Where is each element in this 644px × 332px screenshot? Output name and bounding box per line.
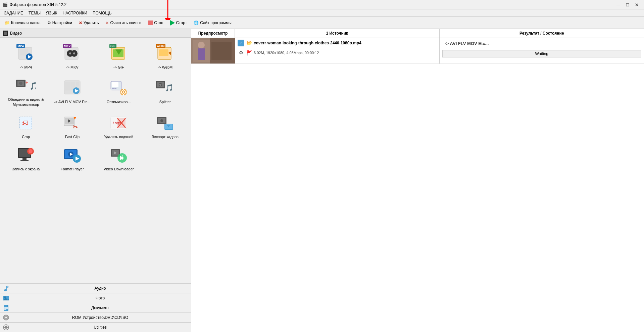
svg-rect-21	[159, 49, 168, 56]
tool-splitter[interactable]: 🎵 Splitter	[142, 73, 188, 110]
remove-watermark-icon: Logo	[109, 113, 129, 133]
file-flag-icon[interactable]: 🚩	[246, 49, 252, 56]
close-button[interactable]: ✕	[633, 1, 641, 8]
merge-icon: + 🎵	[16, 76, 36, 96]
website-button[interactable]: 🌐 Сайт программы	[191, 19, 234, 26]
svg-rect-76	[22, 158, 27, 160]
optimize-icon	[109, 78, 129, 98]
status-format: -> AVI FLV MOV Etc...	[440, 38, 644, 49]
right-panel-header: Предпросмотр 1 Источник Результат / Сост…	[191, 29, 644, 38]
titlebar-left: 🎬 Фабрика форматов X64 5.12.2	[3, 2, 66, 7]
mp4-icon: MP4	[16, 43, 36, 64]
audio-label: Аудио	[12, 286, 188, 291]
mkv-label: -> MKV	[66, 65, 79, 70]
settings-icon: ⚙	[47, 20, 51, 25]
tool-crop[interactable]: ✂ Crop	[3, 110, 49, 142]
svg-rect-32	[65, 86, 70, 90]
document-label: Документ	[12, 305, 188, 310]
delete-label: Удалить	[84, 20, 99, 25]
file-settings-icon[interactable]: ⚙	[238, 49, 244, 56]
format-player-label: Format Player	[61, 167, 84, 171]
svg-point-50	[159, 84, 161, 86]
category-rom[interactable]: ROM Устройство\DVD\CD\ISO	[0, 313, 191, 322]
utilities-label: Utilities	[12, 325, 188, 330]
menu-zadanie[interactable]: ЗАДАНИЕ	[1, 10, 26, 16]
tool-webm[interactable]: WebM -> WebM	[142, 40, 188, 73]
file-meta: 6.02M, 1920x1080, 4.08Mbps, 00:00:12	[254, 51, 319, 55]
svg-rect-29	[65, 82, 70, 86]
tool-mp4[interactable]: MP4 -> MP4	[3, 40, 49, 73]
avi-flv-label: -> AVI FLV MOV Etc...	[54, 99, 90, 104]
video-section-icon	[3, 31, 8, 36]
menu-temy[interactable]: ТЕМЫ	[26, 10, 43, 16]
category-document[interactable]: Документ	[0, 303, 191, 313]
fast-clip-icon: ✂	[62, 113, 82, 133]
menu-yazyk[interactable]: ЯЗЫК	[43, 10, 60, 16]
tool-avi-flv[interactable]: -> AVI FLV MOV Etc...	[49, 73, 95, 110]
settings-button[interactable]: ⚙ Настройки	[45, 19, 75, 26]
svg-text:✂: ✂	[22, 120, 28, 128]
left-panel: Видео MP4 -> MP4 M	[0, 29, 191, 332]
svg-point-42	[123, 91, 124, 93]
category-photo[interactable]: Фото	[0, 293, 191, 303]
start-icon	[170, 20, 175, 26]
video-section-label: Видео	[10, 31, 22, 36]
open-folder-icon[interactable]: 📂	[246, 40, 252, 46]
screen-record-icon	[16, 145, 36, 165]
clear-list-label: Очистить список	[110, 20, 141, 25]
svg-rect-37	[112, 82, 118, 87]
tools-grid: MP4 -> MP4 MKV	[0, 38, 191, 177]
mkv-icon: MKV	[62, 43, 82, 64]
svg-rect-9	[20, 49, 28, 55]
gif-icon: GIF	[109, 43, 129, 64]
tool-merge[interactable]: + 🎵 Объединить видео & Мультиплексор	[3, 73, 49, 110]
maximize-button[interactable]: □	[623, 1, 632, 8]
svg-rect-119	[198, 48, 205, 60]
website-label: Сайт программы	[200, 20, 232, 25]
svg-point-118	[198, 42, 205, 48]
clear-list-button[interactable]: ✕ Очистить список	[103, 19, 144, 26]
svg-rect-39	[114, 88, 116, 89]
stop-button[interactable]: Стоп	[145, 19, 166, 26]
output-folder-button[interactable]: 📁 Конечная папка	[2, 19, 43, 26]
svg-rect-38	[112, 88, 114, 89]
screen-record-label: Запись с экрана	[12, 167, 40, 171]
category-utilities[interactable]: Utilities	[0, 322, 191, 332]
svg-rect-6	[3, 31, 8, 32]
splitter-label: Splitter	[159, 99, 171, 104]
tool-screen-record[interactable]: Запись с экрана	[3, 142, 49, 174]
app-icon: 🎬	[3, 2, 8, 7]
svg-text:🎵: 🎵	[30, 81, 36, 90]
video-downloader-icon	[109, 145, 129, 165]
menu-nastrojki[interactable]: НАСТРОЙКИ	[60, 10, 90, 16]
tool-mkv[interactable]: MKV -> MKV	[49, 40, 95, 73]
delete-icon: ✖	[79, 20, 82, 25]
file-name: coverr-woman-looking-through-clothes-244…	[254, 41, 361, 45]
svg-text:✂: ✂	[73, 124, 78, 130]
mp4-label: -> MP4	[20, 65, 32, 70]
svg-point-93	[4, 289, 7, 291]
output-folder-label: Конечная папка	[11, 20, 41, 25]
folder-icon: 📁	[5, 20, 10, 25]
start-button[interactable]: Старт	[167, 19, 190, 27]
tool-fast-clip[interactable]: ✂ Fast Clip	[49, 110, 95, 142]
tool-export-frames[interactable]: Экспорт кадров	[142, 110, 188, 142]
format-player-icon	[62, 145, 82, 165]
category-audio[interactable]: Аудио	[0, 283, 191, 293]
minimize-button[interactable]: ─	[614, 1, 623, 8]
info-icon[interactable]: i	[238, 40, 244, 46]
file-info-top: i 📂 coverr-woman-looking-through-clothes…	[235, 38, 439, 48]
tool-format-player[interactable]: Format Player	[49, 142, 95, 174]
tool-remove-watermark[interactable]: Logo Удалить водяной	[96, 110, 142, 142]
file-thumbnail[interactable]	[191, 38, 235, 64]
menubar: ЗАДАНИЕ ТЕМЫ ЯЗЫК НАСТРОЙКИ ПОМОЩЬ	[0, 9, 644, 17]
tool-video-downloader[interactable]: Video Downloader	[96, 142, 142, 174]
svg-point-79	[29, 149, 33, 153]
delete-button[interactable]: ✖ Удалить	[76, 19, 102, 26]
remove-watermark-label: Удалить водяной	[104, 134, 133, 139]
svg-rect-7	[3, 35, 8, 36]
svg-point-106	[5, 317, 7, 318]
menu-pomoshch[interactable]: ПОМОЩЬ	[90, 10, 114, 16]
tool-gif[interactable]: GIF -> GIF	[96, 40, 142, 73]
tool-optimize[interactable]: Оптимизиро...	[96, 73, 142, 110]
